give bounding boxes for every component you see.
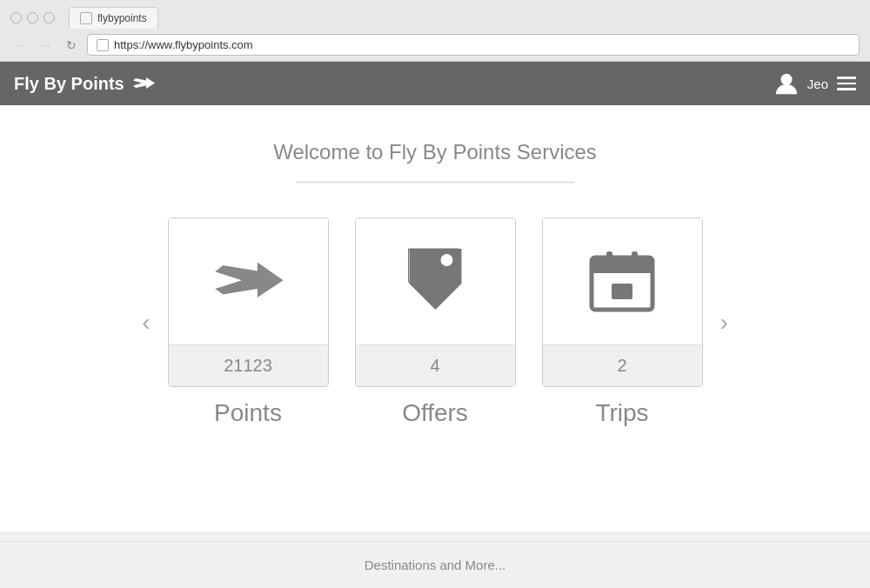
address-bar-icon: [97, 39, 109, 51]
cards-container: 21123 Points 4 Offers: [168, 217, 703, 427]
hamburger-line-1: [837, 77, 856, 79]
svg-rect-6: [632, 251, 638, 267]
address-bar-url: https://www.flybypoints.com: [114, 38, 253, 51]
main-content: Welcome to Fly By Points Services ‹ 2112…: [0, 105, 870, 531]
points-plane-icon: [209, 251, 287, 312]
offers-card-label: Offers: [355, 399, 516, 427]
svg-rect-5: [606, 251, 612, 267]
welcome-title: Welcome to Fly By Points Services: [273, 140, 597, 164]
trips-card-count: 2: [543, 344, 702, 386]
svg-point-1: [440, 254, 452, 266]
trips-calendar-icon: [587, 247, 657, 317]
hamburger-line-2: [837, 83, 856, 85]
refresh-button[interactable]: ↻: [63, 37, 80, 53]
carousel-next-button[interactable]: ›: [703, 311, 746, 335]
trips-card-inner[interactable]: 2: [542, 217, 703, 387]
browser-toolbar: ← → ↻ https://www.flybypoints.com: [0, 29, 870, 61]
offers-tag-icon: [403, 244, 468, 318]
browser-tab[interactable]: flybypoints: [69, 7, 158, 29]
trips-card-icon-area: [543, 218, 702, 344]
navbar-right: Jeo: [774, 71, 856, 96]
points-card-count: 21123: [169, 344, 328, 386]
brand-text: Fly By Points: [14, 74, 124, 94]
footer[interactable]: Destinations and More...: [0, 541, 870, 588]
window-minimize-button[interactable]: [27, 12, 38, 23]
user-avatar-icon: [774, 71, 799, 96]
offers-card-count: 4: [356, 344, 515, 386]
offers-card-inner[interactable]: 4: [355, 217, 516, 387]
browser-chrome: flybypoints ← → ↻ https://www.flybypoint…: [0, 0, 870, 62]
navbar-username: Jeo: [807, 77, 828, 91]
title-divider: [296, 182, 574, 183]
footer-text: Destinations and More...: [365, 558, 506, 572]
hamburger-menu-button[interactable]: [837, 77, 856, 90]
points-card[interactable]: 21123 Points: [168, 217, 329, 427]
navbar-brand[interactable]: Fly By Points: [14, 74, 156, 94]
tab-favicon: [80, 12, 92, 24]
browser-titlebar: flybypoints: [0, 0, 870, 29]
plane-nav-icon: [131, 74, 156, 93]
carousel-prev-button[interactable]: ‹: [124, 311, 167, 335]
forward-button[interactable]: →: [37, 37, 56, 53]
hamburger-line-3: [837, 88, 856, 90]
svg-rect-4: [592, 266, 652, 273]
trips-card-label: Trips: [542, 399, 703, 427]
offers-card-icon-area: [356, 218, 515, 344]
svg-rect-7: [612, 284, 632, 299]
back-button[interactable]: ←: [10, 37, 30, 53]
points-card-inner[interactable]: 21123: [168, 217, 329, 387]
cards-row: ‹ 21123 Points: [17, 217, 853, 427]
browser-window-controls: [10, 12, 55, 23]
window-close-button[interactable]: [10, 12, 22, 23]
offers-card[interactable]: 4 Offers: [355, 217, 516, 427]
trips-card[interactable]: 2 Trips: [542, 217, 703, 427]
points-card-icon-area: [169, 218, 328, 344]
app-navbar: Fly By Points Jeo: [0, 62, 870, 105]
address-bar[interactable]: https://www.flybypoints.com: [87, 34, 860, 56]
points-card-label: Points: [168, 399, 329, 427]
window-maximize-button[interactable]: [44, 12, 55, 23]
svg-point-0: [780, 74, 792, 85]
tab-title: flybypoints: [97, 12, 147, 24]
